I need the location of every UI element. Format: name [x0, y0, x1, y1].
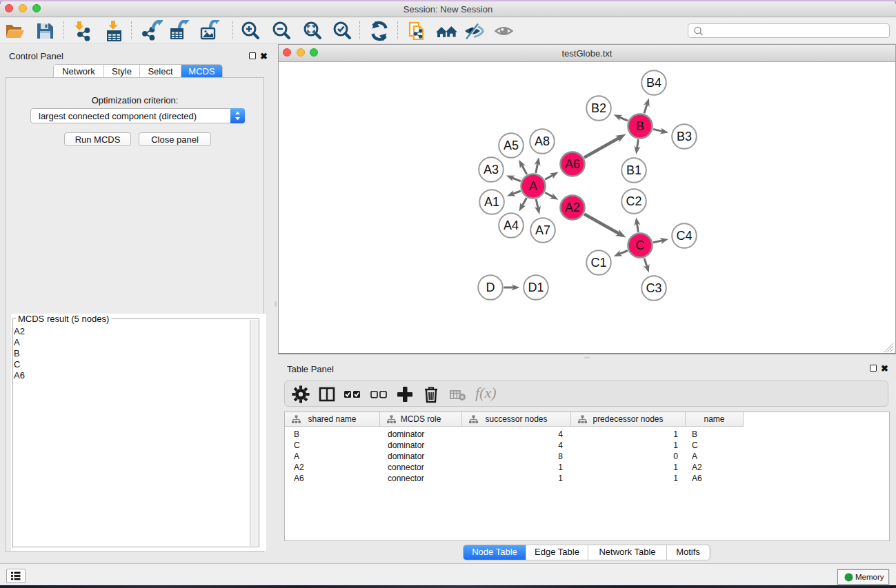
svg-text:B2: B2 — [591, 101, 606, 115]
svg-text:C3: C3 — [646, 281, 661, 295]
svg-text:A8: A8 — [535, 134, 550, 148]
svg-text:A5: A5 — [504, 139, 519, 152]
svg-text:C4: C4 — [676, 229, 692, 243]
svg-text:C2: C2 — [626, 194, 641, 208]
svg-text:C: C — [636, 239, 645, 252]
svg-text:D: D — [486, 281, 495, 294]
svg-text:A1: A1 — [484, 195, 499, 209]
svg-text:B4: B4 — [646, 76, 661, 90]
svg-text:C1: C1 — [590, 256, 606, 270]
svg-text:B3: B3 — [677, 130, 692, 143]
svg-text:A6: A6 — [565, 157, 580, 171]
svg-text:A: A — [529, 179, 537, 193]
svg-text:A3: A3 — [484, 163, 499, 176]
svg-text:B: B — [636, 119, 644, 133]
svg-text:A2: A2 — [565, 201, 580, 214]
svg-text:A7: A7 — [535, 223, 550, 237]
svg-text:D1: D1 — [528, 281, 544, 294]
svg-text:A4: A4 — [504, 219, 519, 232]
svg-text:B1: B1 — [626, 163, 641, 177]
